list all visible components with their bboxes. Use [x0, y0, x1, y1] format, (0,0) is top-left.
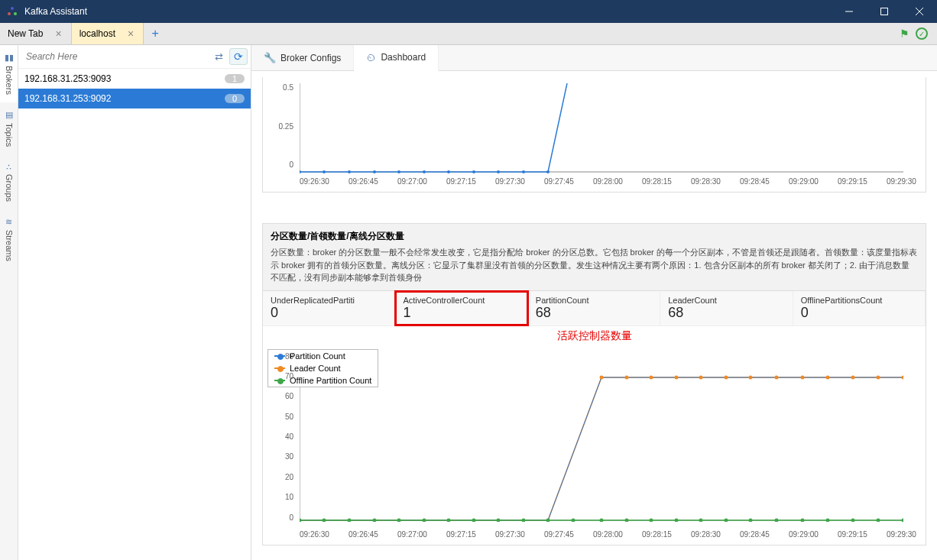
svg-point-51: [699, 518, 703, 522]
svg-point-49: [650, 518, 653, 522]
sidebar-item-streams[interactable]: ≋Streams: [0, 209, 18, 269]
svg-point-11: [348, 170, 351, 173]
svg-point-40: [423, 518, 426, 522]
scroll-area[interactable]: 0.5 0.25 0 09:26:3009:26:45: [251, 71, 937, 560]
stats-row: UnderReplicatedPartiti 0 ActiveControlle…: [263, 291, 926, 326]
sidebar-item-topics[interactable]: ▤Topics: [0, 102, 18, 154]
svg-point-46: [572, 518, 575, 522]
tab-new[interactable]: New Tab ×: [0, 23, 72, 44]
svg-point-38: [373, 518, 377, 522]
svg-point-44: [522, 518, 526, 522]
svg-point-9: [300, 170, 301, 173]
close-button[interactable]: [902, 0, 937, 23]
broker-badge: 1: [225, 74, 245, 83]
svg-point-25: [675, 375, 679, 379]
chart-partition-panel: 分区数量/首领数量/离线分区数量 分区数量：broker 的分区数量一般不会经常…: [262, 223, 926, 545]
svg-point-26: [699, 375, 703, 379]
svg-point-32: [851, 375, 855, 379]
broker-address: 192.168.31.253:9092: [24, 93, 111, 104]
svg-point-47: [600, 518, 604, 522]
svg-point-56: [826, 518, 830, 522]
close-icon[interactable]: ×: [126, 28, 135, 40]
broker-address: 192.168.31.253:9093: [24, 73, 111, 84]
svg-point-24: [650, 375, 653, 379]
refresh-button[interactable]: ⟳: [229, 48, 248, 65]
minimize-button[interactable]: [832, 0, 867, 23]
add-tab-button[interactable]: +: [144, 23, 167, 44]
svg-point-2: [14, 12, 17, 15]
svg-point-43: [497, 518, 501, 522]
tabbar-right: ⚑ ✓: [900, 23, 937, 44]
window-title: Kafka Assistant: [24, 6, 832, 17]
svg-point-55: [801, 518, 805, 522]
swap-icon[interactable]: ⇄: [211, 49, 226, 64]
svg-point-41: [447, 518, 451, 522]
broker-badge: 0: [225, 94, 245, 103]
svg-point-15: [447, 170, 450, 173]
inner-tabs: 🔧 Broker Configs ⏲ Dashboard: [251, 45, 937, 71]
svg-point-37: [348, 518, 352, 522]
svg-point-39: [397, 518, 401, 522]
maximize-button[interactable]: [867, 0, 902, 23]
svg-point-48: [625, 518, 629, 522]
stat-offline-count: OfflinePartitionsCount 0: [793, 291, 926, 325]
chart-top: 0.5 0.25 0 09:26:3009:26:45: [262, 77, 926, 193]
search-input[interactable]: [21, 48, 208, 65]
topics-icon: ▤: [5, 110, 13, 120]
broker-item[interactable]: 192.168.31.253:9093 1: [18, 69, 251, 89]
svg-point-0: [11, 7, 14, 10]
chart-svg: [300, 83, 903, 173]
chart-svg: [300, 352, 903, 522]
vertical-sidebar: ▮▮Brokers ▤Topics ⛬Groups ≋Streams: [0, 45, 18, 560]
svg-point-42: [472, 518, 476, 522]
svg-point-35: [300, 518, 302, 522]
svg-point-52: [725, 518, 728, 522]
streams-icon: ≋: [5, 217, 12, 227]
tab-localhost[interactable]: localhost ×: [72, 23, 144, 44]
tab-dashboard[interactable]: ⏲ Dashboard: [354, 45, 439, 71]
svg-point-57: [851, 518, 855, 522]
svg-point-31: [826, 375, 830, 379]
svg-point-53: [749, 518, 753, 522]
tab-broker-configs[interactable]: 🔧 Broker Configs: [251, 45, 354, 70]
search-row: ⇄ ⟳: [18, 45, 251, 69]
x-axis: 09:26:3009:26:4509:27:0009:27:1509:27:30…: [300, 177, 916, 186]
svg-point-29: [775, 375, 779, 379]
svg-point-16: [472, 170, 475, 173]
sidebar-item-brokers[interactable]: ▮▮Brokers: [0, 45, 18, 102]
svg-point-17: [497, 170, 500, 173]
svg-point-59: [902, 518, 904, 522]
chart-body: 0.5 0.25 0 09:26:3009:26:45: [263, 77, 926, 192]
stat-leader-count: LeaderCount 68: [660, 291, 793, 325]
y-axis: 80706050403020100: [263, 352, 297, 522]
svg-point-45: [546, 518, 550, 522]
svg-point-10: [323, 170, 326, 173]
flag-icon[interactable]: ⚑: [900, 28, 909, 40]
titlebar: Kafka Assistant: [0, 0, 937, 23]
status-ok-icon: ✓: [916, 28, 928, 40]
broker-panel: ⇄ ⟳ 192.168.31.253:9093 1 192.168.31.253…: [18, 45, 251, 560]
chart-body: Partition Count Leader Count Offline Par…: [263, 346, 926, 545]
svg-point-58: [877, 518, 880, 522]
svg-point-50: [675, 518, 679, 522]
tab-label: localhost: [79, 28, 115, 39]
content-area: 🔧 Broker Configs ⏲ Dashboard 0.5 0.25 0: [251, 45, 937, 560]
annotation-label: 活跃控制器数量: [263, 326, 926, 346]
stat-partition-count: PartitionCount 68: [528, 291, 660, 325]
x-axis: 09:26:3009:26:4509:27:0009:27:1509:27:30…: [300, 530, 916, 539]
chart-title: 分区数量/首领数量/离线分区数量: [271, 230, 918, 243]
broker-list: 192.168.31.253:9093 1 192.168.31.253:909…: [18, 69, 251, 560]
y-axis: 0.5 0.25 0: [263, 83, 297, 169]
svg-point-36: [323, 518, 326, 522]
svg-point-23: [625, 375, 629, 379]
sidebar-item-groups[interactable]: ⛬Groups: [0, 154, 18, 209]
wrench-icon: 🔧: [264, 52, 276, 63]
close-icon[interactable]: ×: [53, 28, 63, 40]
svg-point-18: [522, 170, 525, 173]
svg-point-30: [801, 375, 805, 379]
svg-point-34: [902, 375, 904, 379]
svg-point-13: [397, 170, 400, 173]
app-logo-icon: [6, 5, 18, 18]
chart-header: 分区数量/首领数量/离线分区数量 分区数量：broker 的分区数量一般不会经常…: [263, 224, 926, 291]
broker-item[interactable]: 192.168.31.253:9092 0: [18, 89, 251, 108]
